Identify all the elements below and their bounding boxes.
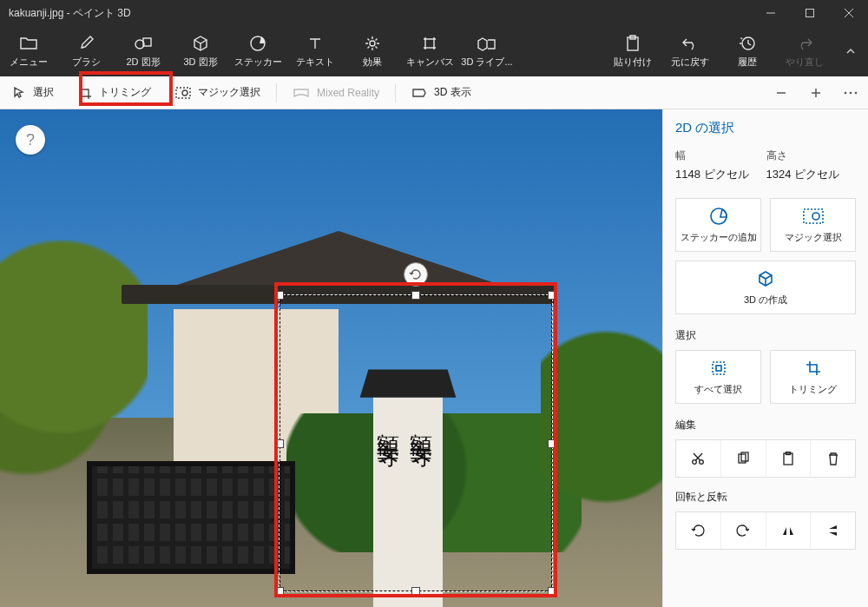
view3d-label: 3D 表示 (434, 85, 471, 100)
dimensions-row: 幅 1148 ピクセル 高さ 1324 ピクセル (675, 148, 856, 182)
view3d-tool[interactable]: 3D 表示 (399, 76, 483, 109)
svg-rect-1 (806, 10, 813, 17)
more-button[interactable] (833, 76, 868, 109)
text-label: テキスト (296, 56, 334, 69)
panel-crop-button[interactable]: トリミング (770, 350, 856, 404)
make-3d-button[interactable]: 3D の作成 (675, 261, 856, 314)
help-button[interactable]: ? (16, 125, 45, 155)
svg-point-18 (850, 91, 852, 94)
handle-se[interactable] (548, 587, 556, 596)
magic-select-button[interactable]: マジック選択 (770, 198, 856, 252)
separator (276, 83, 277, 102)
rotate-row (675, 511, 856, 550)
brush-icon (77, 35, 95, 52)
select-all-button[interactable]: すべて選択 (675, 350, 761, 404)
redo-icon (796, 35, 813, 52)
crop-tool[interactable]: トリミング (66, 76, 163, 109)
redo-label: やり直し (786, 56, 824, 69)
paste-label: 貼り付け (614, 56, 652, 69)
paste-panel-button[interactable] (766, 440, 811, 477)
handle-ne[interactable] (548, 291, 556, 300)
svg-rect-23 (713, 362, 725, 374)
zoom-out-button[interactable] (764, 76, 799, 109)
history-label: 履歴 (738, 56, 757, 69)
lib3d-button[interactable]: 3D ライブ... (458, 30, 516, 73)
side-panel: 2D の選択 幅 1148 ピクセル 高さ 1324 ピクセル ステッカーの追加… (662, 109, 868, 607)
scene-tree-right (541, 327, 662, 552)
brush-label: ブラシ (72, 56, 101, 69)
select-label: 選択 (33, 85, 54, 100)
workspace: 額安寺 額安寺 ? 2D の選択 幅 1148 ピクセル 高さ (0, 109, 868, 607)
width-label: 幅 (675, 148, 749, 163)
handle-n[interactable] (411, 291, 420, 300)
magic-select-label: マジック選択 (785, 231, 842, 244)
shapes3d-button[interactable]: 3D 図形 (172, 30, 229, 73)
mixed-reality-tool: Mixed Reality (280, 76, 391, 109)
handle-e[interactable] (548, 439, 556, 448)
collapse-ribbon-button[interactable] (833, 30, 868, 73)
flip-horizontal-button[interactable] (766, 512, 811, 549)
brush-button[interactable]: ブラシ (57, 30, 115, 73)
edit-row (675, 439, 856, 478)
menu-button[interactable]: メニュー (0, 30, 57, 73)
handle-s[interactable] (411, 587, 420, 596)
handle-nw[interactable] (275, 291, 284, 300)
rotate-cw-button[interactable] (720, 512, 766, 549)
panel-crop-label: トリミング (789, 383, 837, 396)
svg-rect-8 (425, 39, 434, 48)
canvas-area[interactable]: 額安寺 額安寺 ? (0, 109, 662, 607)
canvas-label: キャンバス (406, 56, 454, 69)
width-value: 1148 ピクセル (675, 167, 749, 182)
shapes3d-label: 3D 図形 (183, 56, 217, 69)
selection-marquee[interactable] (279, 294, 553, 592)
text-icon (307, 35, 323, 52)
cut-button[interactable] (676, 440, 720, 477)
history-icon (739, 35, 756, 52)
sticker-icon (709, 207, 728, 226)
magic-select-tool[interactable]: マジック選択 (163, 76, 273, 109)
rotate-section-label: 回転と反転 (675, 490, 856, 505)
canvas-icon (421, 35, 438, 52)
add-sticker-label: ステッカーの追加 (681, 231, 757, 244)
sticker-button[interactable]: ステッカー (229, 30, 286, 73)
menu-label: メニュー (10, 56, 48, 69)
height-value: 1324 ピクセル (766, 167, 840, 182)
effects-button[interactable]: 効果 (344, 30, 401, 73)
window-title: kakuanji.jpg - ペイント 3D (9, 6, 751, 21)
maximize-button[interactable] (790, 0, 829, 26)
zoom-in-button[interactable] (799, 76, 833, 109)
redo-button: やり直し (776, 30, 833, 73)
handle-w[interactable] (275, 439, 284, 448)
text-button[interactable]: テキスト (286, 30, 344, 73)
close-button[interactable] (829, 0, 868, 26)
flip-vertical-button[interactable] (810, 512, 855, 549)
undo-button[interactable]: 元に戻す (661, 30, 719, 73)
sub-toolbar: 選択 トリミング マジック選択 Mixed Reality 3D 表示 (0, 76, 868, 109)
select-all-icon (711, 359, 727, 378)
shapes2d-icon (134, 35, 153, 52)
handle-sw[interactable] (275, 587, 284, 596)
canvas-button[interactable]: キャンバス (401, 30, 458, 73)
edit-section-label: 編集 (675, 418, 856, 432)
add-sticker-button[interactable]: ステッカーの追加 (675, 198, 761, 252)
separator (395, 83, 396, 102)
paste-icon (625, 35, 641, 52)
rotate-handle[interactable] (404, 262, 428, 287)
cube-icon (757, 269, 774, 288)
history-button[interactable]: 履歴 (719, 30, 776, 73)
crop-label: トリミング (99, 85, 151, 100)
delete-button[interactable] (810, 440, 855, 477)
magic-select-icon (803, 207, 824, 226)
height-label: 高さ (766, 148, 840, 163)
rotate-ccw-button[interactable] (676, 512, 720, 549)
select-all-label: すべて選択 (694, 383, 742, 396)
paste-button[interactable]: 貼り付け (604, 30, 661, 73)
magic-label: マジック選択 (198, 85, 260, 100)
copy-button[interactable] (720, 440, 766, 477)
select-tool[interactable]: 選択 (0, 76, 66, 109)
effects-label: 効果 (363, 56, 382, 69)
minimize-button[interactable] (751, 0, 790, 26)
shapes2d-button[interactable]: 2D 図形 (115, 30, 172, 73)
mixed-label: Mixed Reality (317, 87, 379, 99)
sticker-icon (249, 35, 266, 52)
